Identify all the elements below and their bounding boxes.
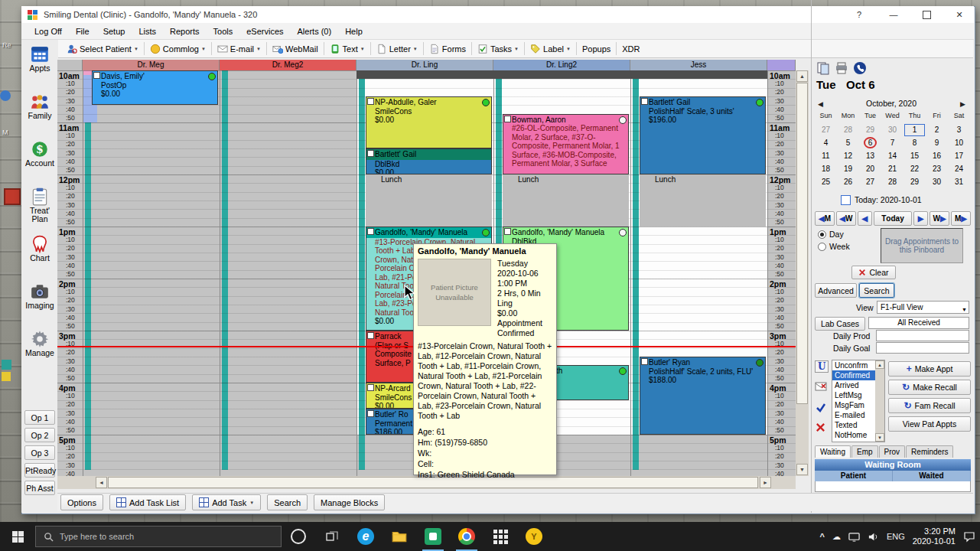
bottombar-options[interactable]: Options: [60, 494, 103, 510]
nav-prev-0[interactable]: ◀M: [815, 211, 835, 226]
toolbar-popups[interactable]: Popups: [578, 43, 614, 55]
vscroll-thumb[interactable]: [796, 83, 808, 404]
appointment-checkbox[interactable]: [641, 98, 648, 105]
bottombar-search[interactable]: Search: [267, 494, 308, 510]
start-button[interactable]: [0, 522, 35, 551]
calendar-day[interactable]: 3: [949, 124, 969, 136]
desktop-icon-teal[interactable]: [2, 360, 11, 370]
toolbar-label[interactable]: Label▼: [526, 42, 575, 56]
desktop-icon-yellow[interactable]: [2, 372, 11, 381]
language-indicator[interactable]: ENG: [887, 532, 905, 541]
status-scrollbar[interactable]: ▲▼: [875, 360, 884, 442]
make-appt-button[interactable]: +Make Appt: [888, 361, 971, 377]
scroll-left-icon[interactable]: ◄: [96, 477, 107, 488]
toolbar-e-mail[interactable]: E-mail▼: [213, 42, 265, 56]
fam-recall-button[interactable]: ↻Fam Recall: [888, 398, 971, 413]
onedrive-cloud-icon[interactable]: ☁: [832, 532, 841, 542]
file-explorer-icon[interactable]: [383, 522, 416, 551]
op-button-op-1[interactable]: Op 1: [24, 410, 55, 425]
scroll-down-icon[interactable]: ▼: [875, 433, 884, 442]
appointment-checkbox[interactable]: [367, 150, 374, 157]
calendar-day[interactable]: 31: [949, 176, 969, 188]
appointment-bartlett-gail[interactable]: Bartlett' GailDblBkd$0.00: [366, 148, 492, 174]
op-button-ph-asst[interactable]: Ph Asst: [24, 481, 55, 495]
calendar-day[interactable]: 9: [926, 137, 947, 149]
pages-icon[interactable]: [816, 61, 832, 75]
appointment-checkbox[interactable]: [367, 384, 374, 391]
module-imaging[interactable]: Imaging: [23, 282, 57, 326]
appointment-checkbox[interactable]: [367, 410, 374, 417]
scroll-right-icon[interactable]: ►: [760, 477, 771, 488]
action-center-icon[interactable]: [963, 530, 975, 543]
task-view-icon[interactable]: [315, 522, 349, 551]
module-family[interactable]: Family: [23, 92, 57, 136]
week-radio[interactable]: Week: [818, 242, 850, 251]
chrome-icon[interactable]: [450, 522, 483, 551]
appointment-butler-ryan[interactable]: Butler' RyanPolishHalf' Scale, 2 units, …: [640, 357, 766, 435]
appointment-checkbox[interactable]: [367, 228, 374, 235]
advanced-button[interactable]: Advanced: [815, 283, 857, 298]
calendar-day[interactable]: 21: [882, 163, 903, 175]
volume-icon[interactable]: [868, 531, 879, 543]
calendar-day[interactable]: 26: [838, 176, 858, 188]
module-account[interactable]: $Account: [23, 139, 57, 184]
calendar-day[interactable]: 12: [838, 150, 858, 162]
module-treat-plan[interactable]: Treat' Plan: [23, 187, 57, 231]
calendar-day[interactable]: 13: [860, 150, 881, 162]
yellow-app-icon[interactable]: Y: [517, 522, 551, 551]
calendar-day[interactable]: 16: [926, 150, 947, 162]
appointment-checkbox[interactable]: [641, 358, 648, 365]
calendar-day[interactable]: 5: [838, 137, 858, 149]
calendar-day[interactable]: 29: [860, 124, 881, 136]
tab-waiting[interactable]: Waiting: [815, 445, 851, 458]
toolbar-text[interactable]: Text▼: [326, 42, 369, 56]
tab-emp[interactable]: Emp: [851, 445, 878, 458]
menu-help[interactable]: Help: [338, 24, 370, 38]
toolbar-xdr[interactable]: XDR: [618, 43, 643, 55]
menu-reports[interactable]: Reports: [163, 24, 207, 38]
toolbar-select-patient[interactable]: Select Patient▼: [63, 42, 142, 56]
calendar-day[interactable]: 17: [949, 150, 969, 162]
scroll-up-icon[interactable]: ▲: [796, 70, 808, 82]
nav-prev-1[interactable]: ◀W: [836, 211, 856, 226]
nav-next-1[interactable]: W▶: [930, 211, 949, 226]
print-icon[interactable]: [835, 61, 850, 75]
view-pat-appts-button[interactable]: View Pat Appts: [888, 416, 971, 432]
calendar-day[interactable]: 30: [882, 124, 903, 136]
calendar-day[interactable]: 20: [860, 163, 881, 175]
app-grid-icon[interactable]: [483, 522, 517, 551]
day-radio[interactable]: Day: [818, 230, 844, 239]
appointment-checkbox[interactable]: [504, 116, 511, 122]
calendar-day[interactable]: 2: [926, 124, 947, 136]
menu-lists[interactable]: Lists: [132, 24, 163, 38]
calendar-day[interactable]: 29: [904, 176, 925, 188]
nav-today-button[interactable]: Today: [874, 211, 912, 226]
view-dropdown[interactable]: F1-Full View ▼: [877, 301, 969, 314]
appointment-bartlett-gail[interactable]: Bartlett' GailPolishHalf' Scale, 3 units…: [640, 96, 766, 174]
bottombar-add-task[interactable]: Add Task▼: [192, 494, 261, 510]
toolbar-forms[interactable]: Forms: [425, 42, 470, 56]
calendar-day[interactable]: 15: [904, 150, 925, 162]
edge-icon[interactable]: e: [349, 522, 383, 551]
cortana-icon[interactable]: [282, 522, 315, 551]
menu-alerts-0[interactable]: Alerts (0): [291, 24, 339, 38]
scroll-down-icon[interactable]: ▼: [796, 464, 808, 475]
taskbar-search[interactable]: Type here to search: [35, 526, 282, 547]
calendar-day[interactable]: 28: [838, 124, 858, 136]
appointment-bowman-aaron[interactable]: Bowman, Aaron#26-OL-Composite, Permanent…: [503, 114, 629, 174]
taskbar-clock[interactable]: 3:20 PM 2020-10-01: [913, 527, 956, 546]
calendar-prev-icon[interactable]: ◀: [818, 100, 823, 108]
status-listbox[interactable]: UnconfrmConfirmedArrivedLeftMsgMsgFamE-m…: [832, 360, 885, 442]
module-appts[interactable]: Appts: [23, 44, 57, 89]
toolbar-commlog[interactable]: Commlog▼: [146, 42, 210, 56]
tab-reminders[interactable]: Reminders: [906, 445, 953, 458]
calendar-day[interactable]: 8: [904, 137, 925, 149]
calendar-today[interactable]: 1: [904, 124, 925, 136]
desktop-icon-blue[interactable]: [0, 90, 11, 101]
nav-prev-2[interactable]: ◀: [858, 211, 872, 226]
toolbar-webmail[interactable]: WebMail: [269, 42, 322, 56]
nav-next-2[interactable]: M▶: [951, 211, 971, 226]
appointment-davis-emily[interactable]: Davis, Emily'PostOp$0.00: [92, 70, 218, 105]
calendar-day[interactable]: 19: [838, 163, 858, 175]
appointment-checkbox[interactable]: [367, 332, 374, 339]
